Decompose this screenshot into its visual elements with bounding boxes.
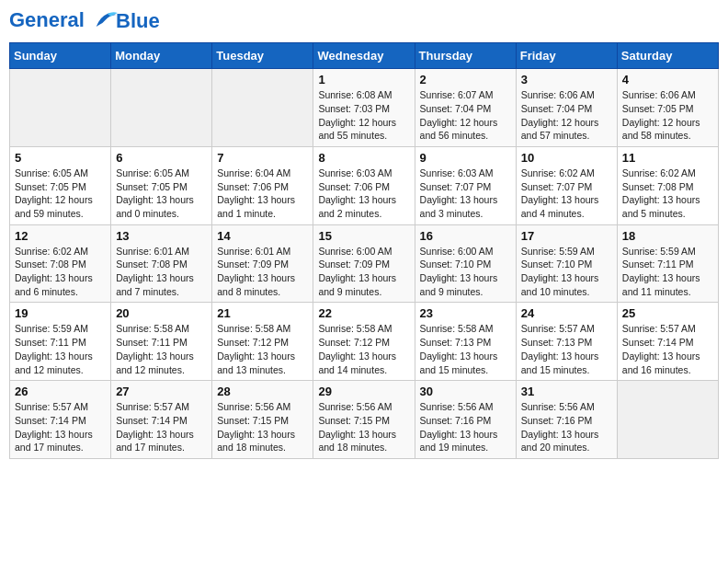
day-info: Sunrise: 6:02 AMSunset: 7:07 PMDaylight:… [521,167,612,221]
day-number: 15 [318,229,409,243]
calendar-cell: 18Sunrise: 5:59 AMSunset: 7:11 PMDayligh… [617,224,718,303]
day-info: Sunrise: 5:58 AMSunset: 7:12 PMDaylight:… [217,322,308,376]
day-number: 28 [217,385,308,398]
calendar-cell: 8Sunrise: 6:03 AMSunset: 7:06 PMDaylight… [313,146,415,224]
calendar-cell: 19Sunrise: 5:59 AMSunset: 7:11 PMDayligh… [10,303,111,381]
day-number: 23 [420,306,511,320]
day-info: Sunrise: 5:57 AMSunset: 7:14 PMDaylight:… [15,400,106,454]
calendar-cell: 12Sunrise: 6:02 AMSunset: 7:08 PMDayligh… [10,224,111,303]
calendar-cell: 24Sunrise: 5:57 AMSunset: 7:13 PMDayligh… [516,303,617,381]
calendar-cell: 3Sunrise: 6:06 AMSunset: 7:04 PMDaylight… [516,69,617,147]
calendar-cell: 11Sunrise: 6:02 AMSunset: 7:08 PMDayligh… [617,146,718,224]
day-number: 13 [116,229,207,243]
calendar-cell [617,381,718,459]
day-number: 11 [622,151,713,165]
calendar-week-3: 12Sunrise: 6:02 AMSunset: 7:08 PMDayligh… [10,224,719,303]
calendar-week-1: 1Sunrise: 6:08 AMSunset: 7:03 PMDaylight… [10,69,719,147]
weekday-header-thursday: Thursday [415,43,516,69]
calendar-cell: 25Sunrise: 5:57 AMSunset: 7:14 PMDayligh… [617,303,718,381]
day-number: 21 [217,306,308,320]
day-number: 1 [318,73,409,86]
calendar-cell [10,69,111,147]
day-info: Sunrise: 5:56 AMSunset: 7:15 PMDaylight:… [318,400,409,454]
day-info: Sunrise: 6:00 AMSunset: 7:10 PMDaylight:… [420,245,511,299]
day-number: 10 [521,151,612,165]
day-info: Sunrise: 6:03 AMSunset: 7:06 PMDaylight:… [318,167,409,221]
calendar-cell: 23Sunrise: 5:58 AMSunset: 7:13 PMDayligh… [415,303,516,381]
day-number: 16 [420,229,511,243]
day-number: 17 [521,229,612,243]
day-number: 27 [116,385,207,398]
calendar-cell: 5Sunrise: 6:05 AMSunset: 7:05 PMDaylight… [10,146,111,224]
calendar-cell: 30Sunrise: 5:56 AMSunset: 7:16 PMDayligh… [415,381,516,459]
day-number: 29 [318,385,409,398]
day-number: 6 [116,151,207,165]
day-info: Sunrise: 5:59 AMSunset: 7:11 PMDaylight:… [15,322,106,376]
day-info: Sunrise: 5:57 AMSunset: 7:14 PMDaylight:… [622,322,713,376]
day-info: Sunrise: 5:57 AMSunset: 7:14 PMDaylight:… [116,400,207,454]
calendar-cell: 22Sunrise: 5:58 AMSunset: 7:12 PMDayligh… [313,303,415,381]
calendar-cell: 16Sunrise: 6:00 AMSunset: 7:10 PMDayligh… [415,224,516,303]
calendar-cell: 29Sunrise: 5:56 AMSunset: 7:15 PMDayligh… [313,381,415,459]
day-number: 26 [15,385,106,398]
day-info: Sunrise: 5:56 AMSunset: 7:15 PMDaylight:… [217,400,308,454]
calendar-cell: 20Sunrise: 5:58 AMSunset: 7:11 PMDayligh… [111,303,212,381]
day-number: 3 [521,73,612,86]
day-info: Sunrise: 6:03 AMSunset: 7:07 PMDaylight:… [420,167,511,221]
logo: General Blue [9,9,160,33]
calendar-cell: 2Sunrise: 6:07 AMSunset: 7:04 PMDaylight… [415,69,516,147]
weekday-header-wednesday: Wednesday [313,43,415,69]
day-info: Sunrise: 6:08 AMSunset: 7:03 PMDaylight:… [318,88,409,143]
calendar-cell [111,69,212,147]
calendar-cell: 21Sunrise: 5:58 AMSunset: 7:12 PMDayligh… [212,303,313,381]
calendar-week-2: 5Sunrise: 6:05 AMSunset: 7:05 PMDaylight… [10,146,719,224]
calendar-cell: 6Sunrise: 6:05 AMSunset: 7:05 PMDaylight… [111,146,212,224]
day-info: Sunrise: 6:06 AMSunset: 7:04 PMDaylight:… [521,88,612,143]
day-info: Sunrise: 5:59 AMSunset: 7:10 PMDaylight:… [521,245,612,299]
calendar-week-5: 26Sunrise: 5:57 AMSunset: 7:14 PMDayligh… [10,381,719,459]
weekday-header-saturday: Saturday [617,43,718,69]
day-info: Sunrise: 5:58 AMSunset: 7:11 PMDaylight:… [116,322,207,376]
logo-text: General [9,9,118,33]
day-info: Sunrise: 6:05 AMSunset: 7:05 PMDaylight:… [116,167,207,221]
day-number: 19 [15,306,106,320]
day-info: Sunrise: 5:56 AMSunset: 7:16 PMDaylight:… [420,400,511,454]
weekday-header-monday: Monday [111,43,212,69]
day-info: Sunrise: 5:57 AMSunset: 7:13 PMDaylight:… [521,322,612,376]
day-info: Sunrise: 5:58 AMSunset: 7:12 PMDaylight:… [318,322,409,376]
calendar-cell: 26Sunrise: 5:57 AMSunset: 7:14 PMDayligh… [10,381,111,459]
day-info: Sunrise: 6:01 AMSunset: 7:08 PMDaylight:… [116,245,207,299]
calendar-table: SundayMondayTuesdayWednesdayThursdayFrid… [9,42,719,459]
day-number: 2 [420,73,511,86]
day-info: Sunrise: 5:58 AMSunset: 7:13 PMDaylight:… [420,322,511,376]
day-info: Sunrise: 6:02 AMSunset: 7:08 PMDaylight:… [622,167,713,221]
calendar-cell: 4Sunrise: 6:06 AMSunset: 7:05 PMDaylight… [617,69,718,147]
calendar-cell: 31Sunrise: 5:56 AMSunset: 7:16 PMDayligh… [516,381,617,459]
day-number: 4 [622,73,713,86]
weekday-header-sunday: Sunday [10,43,111,69]
day-number: 25 [622,306,713,320]
day-info: Sunrise: 6:07 AMSunset: 7:04 PMDaylight:… [420,88,511,143]
day-number: 5 [15,151,106,165]
day-number: 14 [217,229,308,243]
calendar-cell: 10Sunrise: 6:02 AMSunset: 7:07 PMDayligh… [516,146,617,224]
day-info: Sunrise: 6:04 AMSunset: 7:06 PMDaylight:… [217,167,308,221]
day-number: 12 [15,229,106,243]
day-number: 20 [116,306,207,320]
calendar-cell: 27Sunrise: 5:57 AMSunset: 7:14 PMDayligh… [111,381,212,459]
day-number: 8 [318,151,409,165]
day-info: Sunrise: 6:06 AMSunset: 7:05 PMDaylight:… [622,88,713,143]
calendar-cell: 9Sunrise: 6:03 AMSunset: 7:07 PMDaylight… [415,146,516,224]
day-number: 31 [521,385,612,398]
logo-bird-icon [92,7,118,33]
calendar-cell: 1Sunrise: 6:08 AMSunset: 7:03 PMDaylight… [313,69,415,147]
day-number: 18 [622,229,713,243]
calendar-week-4: 19Sunrise: 5:59 AMSunset: 7:11 PMDayligh… [10,303,719,381]
day-number: 9 [420,151,511,165]
calendar-cell: 17Sunrise: 5:59 AMSunset: 7:10 PMDayligh… [516,224,617,303]
calendar-cell: 28Sunrise: 5:56 AMSunset: 7:15 PMDayligh… [212,381,313,459]
calendar-cell: 7Sunrise: 6:04 AMSunset: 7:06 PMDaylight… [212,146,313,224]
weekday-header-friday: Friday [516,43,617,69]
calendar-body: 1Sunrise: 6:08 AMSunset: 7:03 PMDaylight… [10,69,719,459]
day-number: 30 [420,385,511,398]
